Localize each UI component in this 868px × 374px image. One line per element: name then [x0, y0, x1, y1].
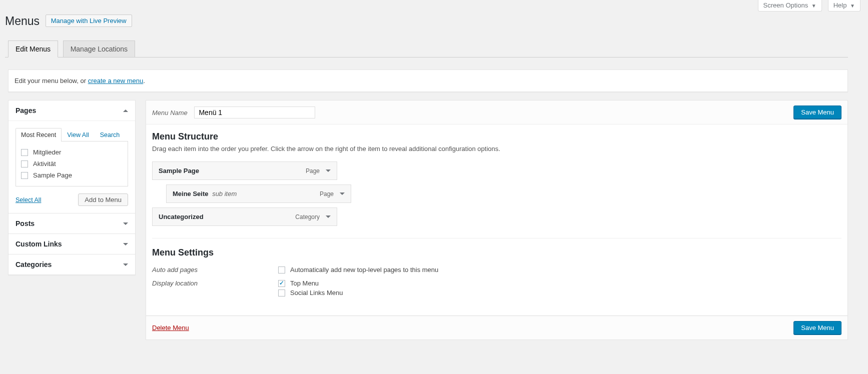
page-checkbox[interactable] — [21, 149, 28, 156]
tab-search[interactable]: Search — [95, 128, 126, 142]
menu-item[interactable]: Meine Seite sub itemPage — [166, 184, 351, 203]
location-label: Top Menu — [290, 280, 319, 287]
chevron-down-icon[interactable] — [340, 192, 345, 195]
page-item-label: Aktivität — [33, 160, 56, 168]
page-item-label: Mitglieder — [33, 148, 61, 156]
tab-manage-locations[interactable]: Manage Locations — [63, 40, 135, 58]
menu-item[interactable]: UncategorizedCategory — [152, 208, 337, 226]
menu-name-input[interactable] — [194, 106, 315, 118]
menu-structure-title: Menu Structure — [152, 132, 841, 142]
save-menu-button-bottom[interactable]: Save Menu — [793, 321, 841, 334]
menu-settings-title: Menu Settings — [152, 248, 841, 258]
auto-add-option[interactable]: Automatically add new top-level pages to… — [278, 266, 438, 274]
create-menu-link[interactable]: create a new menu — [88, 77, 144, 84]
menu-item-type: Page — [320, 190, 334, 198]
chevron-down-icon — [123, 264, 128, 266]
tab-most-recent[interactable]: Most Recent — [16, 128, 62, 142]
add-to-menu-button[interactable]: Add to Menu — [78, 194, 128, 206]
screen-options-label: Screen Options — [763, 2, 808, 9]
accordion-custom-links-header[interactable]: Custom Links — [9, 234, 135, 254]
menu-item[interactable]: Sample PagePage — [152, 162, 337, 180]
divider — [152, 238, 841, 238]
chevron-down-icon — [123, 222, 128, 225]
menu-item-title: Sample Page — [159, 167, 199, 174]
display-location-label: Display location — [152, 280, 278, 298]
accordion-pages-header[interactable]: Pages — [9, 100, 135, 121]
categories-title: Categories — [16, 260, 52, 268]
page-checkbox[interactable] — [21, 160, 28, 168]
accordion-categories-header[interactable]: Categories — [9, 254, 135, 274]
help-label: Help — [833, 2, 847, 9]
menu-editor: Menu Name Save Menu Menu Structure Drag … — [146, 100, 848, 340]
page-item[interactable]: Aktivität — [21, 158, 123, 170]
page-item-label: Sample Page — [33, 172, 72, 179]
location-option[interactable]: Top Menu — [278, 280, 343, 287]
chevron-down-icon — [123, 243, 128, 246]
tab-view-all[interactable]: View All — [62, 128, 95, 142]
custom-links-title: Custom Links — [16, 240, 62, 248]
page-title: Menus — [5, 10, 40, 30]
chevron-up-icon — [123, 110, 128, 112]
delete-menu-link[interactable]: Delete Menu — [152, 324, 189, 332]
location-label: Social Links Menu — [290, 289, 343, 296]
menu-item-title: Uncategorized — [159, 213, 204, 220]
auto-add-label: Auto add pages — [152, 266, 278, 276]
save-menu-button-top[interactable]: Save Menu — [793, 106, 841, 119]
menu-name-label: Menu Name — [152, 109, 188, 116]
menu-item-type: Category — [295, 214, 320, 220]
accordion-pages: Pages Most Recent View All Search Mitgli… — [8, 100, 136, 214]
chevron-down-icon: ▼ — [850, 3, 855, 8]
pages-title: Pages — [16, 106, 36, 114]
menu-items-list: Sample PagePageMeine Seite sub itemPageU… — [152, 162, 841, 226]
chevron-down-icon[interactable] — [326, 170, 331, 172]
menu-structure-desc: Drag each item into the order you prefer… — [152, 145, 841, 152]
auto-add-checkbox[interactable] — [278, 266, 285, 274]
chevron-down-icon[interactable] — [326, 216, 331, 218]
screen-options-button[interactable]: Screen Options ▼ — [758, 0, 822, 12]
menu-item-title: Meine Seite — [173, 190, 209, 198]
live-preview-button[interactable]: Manage with Live Preview — [46, 14, 132, 27]
accordion-posts-header[interactable]: Posts — [9, 214, 135, 234]
select-all-link[interactable]: Select All — [16, 196, 41, 204]
notice-text: Edit your menu below, or — [15, 77, 88, 84]
location-checkbox[interactable] — [278, 280, 285, 287]
sub-item-label: sub item — [211, 190, 237, 198]
auto-add-option-label: Automatically add new top-level pages to… — [290, 266, 438, 274]
chevron-down-icon: ▼ — [811, 3, 816, 8]
location-option[interactable]: Social Links Menu — [278, 289, 343, 296]
page-item[interactable]: Sample Page — [21, 170, 123, 181]
help-button[interactable]: Help ▼ — [828, 0, 860, 12]
page-item[interactable]: Mitglieder — [21, 146, 123, 158]
menu-item-type: Page — [306, 168, 320, 174]
location-checkbox[interactable] — [278, 290, 285, 296]
page-checkbox[interactable] — [21, 172, 28, 179]
posts-title: Posts — [16, 220, 35, 228]
pages-list: Mitglieder Aktivität Sample Page — [16, 142, 128, 186]
nav-tabs: Edit Menus Manage Locations — [5, 40, 848, 58]
edit-notice: Edit your menu below, or create a new me… — [8, 70, 848, 92]
tab-edit-menus[interactable]: Edit Menus — [8, 40, 58, 58]
